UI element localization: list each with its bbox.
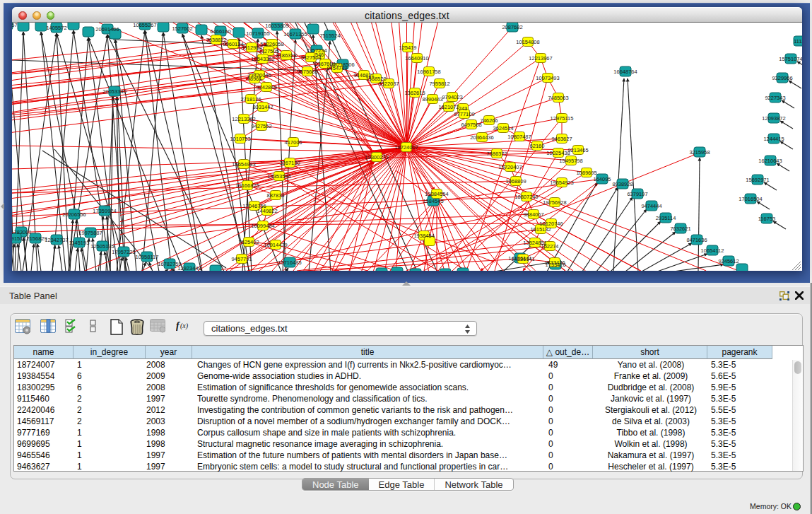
svg-text:39151: 39151 <box>12 235 23 242</box>
svg-text:16210643: 16210643 <box>758 158 782 164</box>
svg-text:7515524: 7515524 <box>319 33 340 39</box>
svg-text:9457791: 9457791 <box>231 256 252 262</box>
svg-text:746266: 746266 <box>480 117 498 124</box>
svg-text:12093872: 12093872 <box>762 115 785 122</box>
svg-text:19654983: 19654983 <box>232 161 255 168</box>
svg-text:18724007: 18724007 <box>394 144 418 151</box>
svg-text:1449822: 1449822 <box>257 208 277 214</box>
svg-text:15716485: 15716485 <box>278 259 301 266</box>
svg-text:16914479: 16914479 <box>264 242 287 248</box>
svg-text:1010753: 1010753 <box>230 136 250 142</box>
svg-text:1783001: 1783001 <box>12 229 32 235</box>
svg-text:16961758: 16961758 <box>417 69 440 75</box>
svg-text:887834: 887834 <box>266 192 284 199</box>
svg-text:14353594: 14353594 <box>267 173 290 180</box>
svg-text:12156829: 12156829 <box>23 235 47 242</box>
svg-text:12213362: 12213362 <box>232 116 255 122</box>
svg-text:7485063: 7485063 <box>548 95 568 101</box>
svg-text:10025438: 10025438 <box>546 150 570 156</box>
svg-text:20364436: 20364436 <box>470 134 493 141</box>
svg-text:20691406: 20691406 <box>95 26 119 33</box>
svg-text:9427552: 9427552 <box>251 123 271 129</box>
svg-text:8186328: 8186328 <box>276 52 296 59</box>
svg-text:18807249: 18807249 <box>514 194 538 200</box>
svg-text:125419: 125419 <box>399 45 416 51</box>
svg-text:10719155: 10719155 <box>246 30 269 37</box>
svg-text:1089695: 1089695 <box>576 170 596 176</box>
svg-text:16640910: 16640910 <box>405 55 428 62</box>
svg-text:19756928: 19756928 <box>543 199 566 206</box>
svg-text:19166825: 19166825 <box>235 182 259 189</box>
svg-text:1244415: 1244415 <box>763 136 784 142</box>
svg-text:15720407: 15720407 <box>498 164 522 170</box>
svg-text:10654112: 10654112 <box>701 247 724 254</box>
svg-text:16671355: 16671355 <box>283 31 307 37</box>
svg-text:16648764: 16648764 <box>613 69 637 75</box>
svg-text:1584545: 1584545 <box>423 198 443 204</box>
svg-text:14136141: 14136141 <box>511 256 534 262</box>
svg-text:1406557: 1406557 <box>12 23 18 28</box>
svg-text:7955812: 7955812 <box>429 81 449 87</box>
svg-text:6497568: 6497568 <box>461 122 481 128</box>
svg-text:2935114: 2935114 <box>656 215 676 221</box>
svg-text:12213967: 12213967 <box>529 55 552 62</box>
svg-text:6466160: 6466160 <box>210 28 230 35</box>
svg-text:53226058: 53226058 <box>260 41 283 47</box>
svg-text:3215958: 3215958 <box>689 149 710 156</box>
svg-text:98961: 98961 <box>247 76 262 82</box>
svg-text:8990443: 8990443 <box>422 96 442 103</box>
svg-text:8471636: 8471636 <box>686 237 707 243</box>
svg-text:1938454: 1938454 <box>413 233 434 239</box>
svg-text:10807487: 10807487 <box>507 134 531 140</box>
svg-text:10154808: 10154808 <box>516 39 539 45</box>
svg-text:164095: 164095 <box>593 176 611 182</box>
svg-text:3875685: 3875685 <box>297 69 317 75</box>
svg-text:10958117: 10958117 <box>136 254 159 260</box>
svg-text:7632621: 7632621 <box>670 226 690 232</box>
svg-text:12923448: 12923448 <box>177 265 201 271</box>
svg-text:(x): (x) <box>180 322 189 330</box>
svg-text:15692971: 15692971 <box>746 177 769 183</box>
svg-text:3267130: 3267130 <box>279 160 300 166</box>
svg-text:116753: 116753 <box>758 216 775 222</box>
svg-text:3624514: 3624514 <box>493 125 513 132</box>
svg-text:1527602: 1527602 <box>172 25 192 32</box>
svg-text:16033809: 16033809 <box>265 23 288 29</box>
svg-text:12342737: 12342737 <box>45 237 68 243</box>
svg-text:2718126: 2718126 <box>240 96 261 103</box>
svg-text:1362615: 1362615 <box>404 90 425 96</box>
svg-text:9329966: 9329966 <box>772 75 792 81</box>
svg-text:1733426: 1733426 <box>544 259 565 266</box>
svg-text:15751074: 15751074 <box>779 56 802 62</box>
svg-text:19654923: 19654923 <box>550 180 573 186</box>
svg-text:62160: 62160 <box>530 143 545 149</box>
svg-text:8454749: 8454749 <box>326 65 347 71</box>
svg-text:10120746: 10120746 <box>539 221 563 227</box>
svg-text:7625402: 7625402 <box>238 239 259 245</box>
svg-text:8031447: 8031447 <box>252 104 273 110</box>
svg-text:9474444: 9474444 <box>641 203 661 209</box>
svg-text:10543362: 10543362 <box>251 56 274 62</box>
svg-text:546: 546 <box>315 52 324 58</box>
svg-text:20053340: 20053340 <box>102 88 126 95</box>
svg-text:9227343: 9227343 <box>765 95 785 101</box>
svg-text:9213465: 9213465 <box>567 147 588 153</box>
svg-text:20206556: 20206556 <box>62 211 86 218</box>
svg-text:8938928: 8938928 <box>612 181 632 187</box>
svg-text:9245612: 9245612 <box>718 258 739 264</box>
svg-text:7386372: 7386372 <box>486 151 507 157</box>
svg-text:1615132: 1615132 <box>530 226 551 233</box>
svg-text:9777109: 9777109 <box>454 111 474 117</box>
svg-text:8960124: 8960124 <box>223 41 243 47</box>
svg-text:1621072: 1621072 <box>438 104 459 110</box>
svg-text:9463627: 9463627 <box>551 136 572 142</box>
svg-text:17016504: 17016504 <box>739 196 762 202</box>
svg-text:19384554: 19384554 <box>425 191 448 197</box>
svg-text:15495798: 15495798 <box>559 158 582 164</box>
svg-text:10973493: 10973493 <box>536 75 559 81</box>
svg-text:9794023: 9794023 <box>442 94 462 100</box>
svg-text:1068809: 1068809 <box>505 178 526 185</box>
svg-text:12975115: 12975115 <box>551 115 574 122</box>
svg-text:17359924: 17359924 <box>93 208 116 214</box>
svg-text:12505135: 12505135 <box>90 243 114 250</box>
